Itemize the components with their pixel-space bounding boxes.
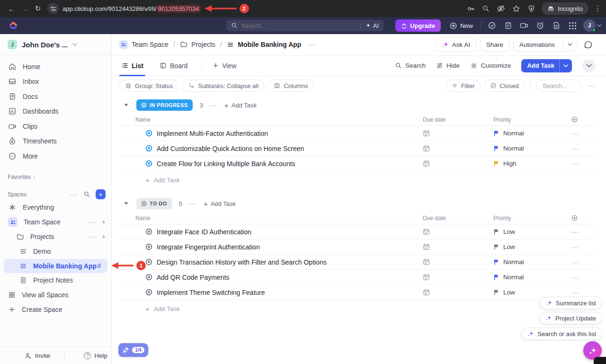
set-due-date-icon[interactable]	[423, 243, 493, 250]
automations-button[interactable]: Automations	[513, 37, 577, 52]
task-name[interactable]: Add Customizable Quick Actions on Home S…	[157, 145, 304, 152]
task-more-icon[interactable]: ···	[571, 160, 595, 168]
topbar-ai-button[interactable]: ✦ AI	[361, 22, 379, 29]
spaces-more-icon[interactable]: ···	[70, 191, 78, 198]
user-avatar[interactable]: J	[583, 19, 601, 32]
reminder-clock-icon[interactable]	[532, 21, 548, 30]
docs-file-icon[interactable]	[548, 21, 564, 30]
collapse-group-icon[interactable]	[124, 104, 128, 107]
sidebar-item-home[interactable]: Home	[0, 59, 111, 74]
project-update-button[interactable]: Project Update	[539, 312, 602, 324]
sidebar-item-projects-folder[interactable]: Projects ···+	[0, 230, 111, 244]
upgrade-button[interactable]: Upgrade	[395, 19, 441, 32]
breadcrumb-list[interactable]: Mobile Banking App	[227, 41, 301, 48]
add-column-icon[interactable]	[571, 116, 595, 123]
priority-cell[interactable]: Normal	[493, 130, 571, 137]
url-bar[interactable]: app.clickup.com/9012443286/v/l/li/ 90120…	[62, 4, 460, 13]
breadcrumb-more-icon[interactable]: ···	[308, 41, 316, 48]
sidebar-item-dashboards[interactable]: Dashboards	[0, 104, 111, 119]
task-row[interactable]: Integrate Fingerprint Authentication Low…	[119, 240, 595, 255]
sidebar-item-demo-list[interactable]: Demo	[0, 244, 111, 259]
search-or-ask-button[interactable]: Search or ask this list	[521, 328, 602, 340]
invite-button[interactable]: Invite	[25, 352, 50, 359]
task-more-icon[interactable]: ···	[571, 130, 595, 137]
automations-dropdown[interactable]	[563, 38, 577, 51]
task-more-icon[interactable]: ···	[571, 145, 595, 152]
set-due-date-icon[interactable]	[423, 258, 493, 266]
team-space-more-icon[interactable]: ···	[89, 218, 97, 226]
task-more-icon[interactable]: ···	[571, 258, 595, 266]
clickup-logo-icon[interactable]	[9, 21, 18, 30]
task-more-icon[interactable]: ···	[571, 243, 595, 251]
priority-cell[interactable]: Low	[493, 228, 571, 235]
task-name[interactable]: Implement Theme Switching Feature	[157, 289, 265, 296]
subtasks-pill[interactable]: Subtasks: Collapse all	[182, 80, 264, 92]
customize-button[interactable]: Customize	[470, 62, 511, 70]
group-by-pill[interactable]: Group: Status	[119, 80, 178, 92]
sidebar-item-inbox[interactable]: Inbox	[0, 74, 111, 89]
set-due-date-icon[interactable]	[423, 228, 493, 235]
site-settings-icon[interactable]	[47, 3, 59, 14]
ask-ai-button[interactable]: Ask AI	[436, 37, 476, 52]
priority-cell[interactable]: Low	[493, 289, 571, 296]
sidebar-item-clips[interactable]: Clips	[0, 119, 111, 134]
view-search-button[interactable]: Search	[395, 62, 426, 69]
task-row[interactable]: Design Transaction History with Filter a…	[119, 255, 595, 270]
new-button[interactable]: New	[449, 22, 473, 30]
comments-button[interactable]	[581, 37, 596, 52]
breadcrumb-folder[interactable]: Projects	[180, 41, 215, 48]
sidebar-item-more[interactable]: More	[0, 149, 111, 164]
breadcrumb-space[interactable]: Team Space	[119, 40, 169, 49]
set-due-date-icon[interactable]	[423, 145, 493, 152]
group-add-task[interactable]: + Add Task	[224, 101, 257, 109]
summarize-list-button[interactable]: Summarize list	[540, 297, 602, 309]
columns-pill[interactable]: Columns	[268, 80, 313, 92]
task-row[interactable]: Create Flow for Linking Multiple Bank Ac…	[119, 156, 595, 171]
add-view-button[interactable]: View	[213, 62, 236, 70]
zoom-icon[interactable]	[481, 4, 490, 13]
set-due-date-icon[interactable]	[423, 130, 493, 137]
hide-button[interactable]: Hide	[436, 62, 460, 69]
share-button[interactable]: Share	[480, 37, 509, 52]
browser-forward-icon[interactable]: →	[18, 5, 31, 13]
task-name[interactable]: Integrate Fingerprint Authentication	[157, 243, 260, 251]
workspace-switcher[interactable]: J John Doe's ...	[0, 34, 111, 55]
status-todo-icon[interactable]	[145, 258, 152, 266]
status-todo-icon[interactable]	[145, 274, 152, 281]
collapse-group-icon[interactable]	[124, 202, 128, 205]
status-in-progress-icon[interactable]	[145, 160, 152, 167]
task-name[interactable]: Create Flow for Linking Multiple Bank Ac…	[157, 160, 295, 168]
clip-record-icon[interactable]	[516, 22, 532, 29]
tab-board[interactable]: Board	[158, 55, 189, 76]
browser-reload-icon[interactable]: ↻	[31, 4, 45, 13]
status-in-progress-icon[interactable]	[145, 145, 152, 152]
task-row[interactable]: Add QR Code Payments Normal ···	[119, 270, 595, 285]
eye-hidden-icon[interactable]	[496, 4, 506, 13]
help-button[interactable]: ? Help	[84, 352, 107, 359]
sidebar-item-timesheets[interactable]: Timesheets	[0, 134, 111, 149]
status-in-progress-icon[interactable]	[145, 130, 152, 137]
team-space-add-icon[interactable]: +	[102, 218, 106, 226]
list-search-input[interactable]	[543, 82, 576, 89]
sidebar-item-project-notes[interactable]: Project Notes	[0, 273, 111, 288]
notepad-icon[interactable]	[500, 21, 516, 30]
sidebar-item-everything[interactable]: Everything	[0, 200, 111, 215]
projects-add-icon[interactable]: +	[102, 233, 106, 240]
sidebar-item-view-all-spaces[interactable]: View all Spaces	[0, 288, 111, 302]
browser-menu-icon[interactable]: ⋮	[594, 4, 601, 13]
favorites-section[interactable]: Favorites ›	[0, 174, 111, 180]
task-row[interactable]: Implement Theme Switching Feature Low ··…	[119, 285, 595, 300]
status-todo-icon[interactable]	[145, 289, 152, 296]
apps-grid-icon[interactable]	[564, 22, 580, 29]
status-todo-icon[interactable]	[145, 228, 152, 235]
browser-back-icon[interactable]: ←	[5, 5, 18, 13]
password-key-icon[interactable]	[466, 4, 475, 13]
add-task-row[interactable]: + Add Task	[119, 300, 595, 317]
priority-cell[interactable]: Normal	[493, 274, 571, 281]
global-search[interactable]: ✦ AI	[226, 20, 383, 31]
extension-icon[interactable]	[526, 4, 536, 13]
task-more-icon[interactable]: ···	[571, 289, 595, 296]
status-badge[interactable]: IN PROGRESS	[136, 99, 193, 111]
task-name[interactable]: Add QR Code Payments	[157, 274, 229, 281]
add-task-row[interactable]: + Add Task	[119, 171, 595, 188]
